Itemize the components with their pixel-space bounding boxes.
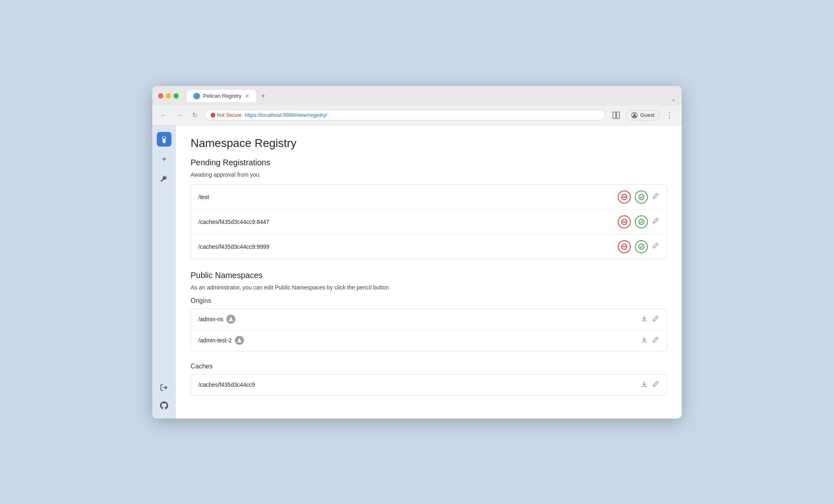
download-button[interactable]	[641, 380, 648, 389]
sidebar-github-button[interactable]	[158, 399, 171, 412]
content-area: Namespace Registry Pending Registrations…	[176, 125, 682, 419]
public-section-title: Public Namespaces	[191, 271, 667, 280]
title-bar: 🐦 Pelican Registry ✕ + ⌄	[152, 86, 682, 105]
table-row: /admin-test-2	[191, 330, 667, 351]
origins-table: /admin-ns	[191, 309, 667, 351]
edit-icon	[652, 315, 659, 322]
table-row: /test	[191, 185, 667, 210]
edit-icon	[652, 192, 659, 199]
row-name: /caches/f435d3c44cc9:9999	[198, 243, 618, 250]
deny-icon	[621, 243, 628, 250]
avatar-icon	[226, 315, 235, 324]
origins-title: Origins	[191, 297, 667, 305]
table-row: /admin-ns	[191, 309, 667, 330]
svg-rect-2	[613, 112, 616, 118]
edit-icon	[652, 336, 659, 343]
wrench-icon	[160, 175, 168, 183]
svg-text:!: !	[213, 114, 214, 117]
approve-button[interactable]	[635, 240, 648, 253]
forward-button[interactable]: →	[173, 110, 185, 121]
svg-point-8	[163, 136, 165, 139]
approve-icon	[638, 243, 645, 250]
warning-icon: !	[211, 113, 215, 118]
active-tab[interactable]: 🐦 Pelican Registry ✕	[187, 90, 256, 102]
approve-icon	[638, 194, 645, 200]
tab-favicon: 🐦	[193, 93, 200, 99]
new-tab-button[interactable]: +	[258, 90, 269, 102]
toolbar-right: Guest ⋮	[610, 109, 676, 122]
deny-button[interactable]	[618, 191, 631, 204]
deny-icon	[621, 194, 628, 200]
not-secure-indicator: ! Not Secure	[211, 112, 241, 118]
edit-icon	[652, 242, 659, 249]
caches-table: /caches/f435d3c44cc9	[191, 374, 667, 396]
address-bar: ← → ↻ ! Not Secure https://localhost:999…	[152, 105, 682, 125]
github-icon	[160, 401, 168, 410]
back-button[interactable]: ←	[158, 110, 169, 121]
row-name: /caches/f435d3c44cc9:8447	[198, 219, 618, 225]
edit-button[interactable]	[652, 380, 659, 390]
row-name: /admin-test-2	[198, 336, 641, 345]
minimize-button[interactable]	[166, 93, 171, 99]
avatar-icon	[235, 336, 244, 345]
close-button[interactable]	[158, 93, 163, 99]
approve-button[interactable]	[635, 215, 648, 228]
edit-button[interactable]	[652, 242, 659, 251]
page-title: Namespace Registry	[191, 137, 667, 150]
svg-point-7	[162, 138, 166, 143]
row-name: /test	[198, 194, 618, 200]
browser-window: 🐦 Pelican Registry ✕ + ⌄ ← → ↻ ! Not Sec…	[152, 86, 682, 419]
approve-icon	[638, 219, 645, 225]
add-icon: +	[162, 155, 167, 164]
pending-registrations-table: /test	[191, 184, 667, 259]
sidebar: +	[152, 125, 176, 419]
public-section-desc: As an administrator, you can edit Public…	[191, 284, 667, 291]
download-button[interactable]	[641, 336, 648, 345]
address-input[interactable]: ! Not Secure https://localhost:9999/view…	[204, 110, 606, 121]
edit-icon	[652, 380, 659, 388]
row-actions	[618, 240, 659, 253]
logout-icon	[160, 383, 168, 392]
download-icon	[641, 315, 648, 322]
pending-section-title: Pending Registrations	[191, 158, 667, 167]
menu-button[interactable]: ⋮	[663, 109, 676, 122]
deny-icon	[621, 219, 628, 225]
pending-section-desc: Awaiting approval from you.	[191, 171, 667, 178]
row-name: /caches/f435d3c44cc9	[198, 381, 641, 388]
svg-point-5	[634, 113, 636, 115]
deny-button[interactable]	[618, 240, 631, 253]
svg-rect-3	[617, 112, 619, 118]
download-button[interactable]	[641, 315, 648, 324]
sidebar-add-button[interactable]: +	[158, 153, 171, 166]
caches-title: Caches	[191, 363, 667, 370]
approve-button[interactable]	[635, 191, 648, 204]
refresh-button[interactable]: ↻	[189, 110, 200, 121]
url-text: https://localhost:9999/view/registry/	[245, 112, 327, 118]
row-actions	[641, 336, 659, 345]
sidebar-logo-button[interactable]	[157, 132, 171, 147]
download-icon	[641, 380, 648, 388]
svg-point-21	[238, 339, 240, 341]
table-row: /caches/f435d3c44cc9	[191, 375, 667, 395]
edit-button[interactable]	[652, 192, 659, 202]
split-view-icon	[612, 112, 620, 119]
deny-button[interactable]	[618, 215, 631, 228]
split-view-button[interactable]	[610, 109, 623, 122]
sidebar-logout-button[interactable]	[158, 381, 171, 394]
guest-button[interactable]: Guest	[626, 110, 660, 121]
guest-avatar-icon	[631, 112, 638, 118]
row-actions	[618, 191, 659, 204]
row-name: /admin-ns	[198, 315, 641, 324]
sidebar-settings-button[interactable]	[158, 173, 171, 186]
user-icon	[237, 337, 242, 343]
tab-dropdown-button[interactable]: ⌄	[671, 96, 676, 102]
maximize-button[interactable]	[173, 93, 179, 99]
edit-button[interactable]	[652, 336, 659, 345]
tab-title: Pelican Registry	[203, 93, 241, 99]
table-row: /caches/f435d3c44cc9:9999	[191, 234, 667, 259]
edit-button[interactable]	[652, 315, 659, 324]
edit-button[interactable]	[652, 217, 659, 226]
tab-close-button[interactable]: ✕	[245, 93, 250, 99]
svg-point-19	[230, 318, 232, 320]
traffic-lights	[158, 93, 179, 99]
